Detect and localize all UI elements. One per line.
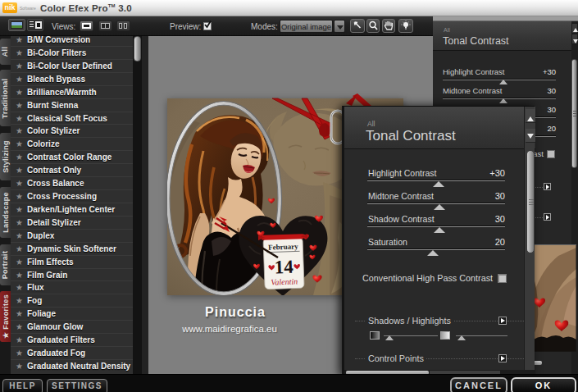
svg-text:February: February <box>268 242 298 251</box>
svg-text:Valentin: Valentin <box>271 276 298 286</box>
svg-text:14: 14 <box>274 257 294 278</box>
